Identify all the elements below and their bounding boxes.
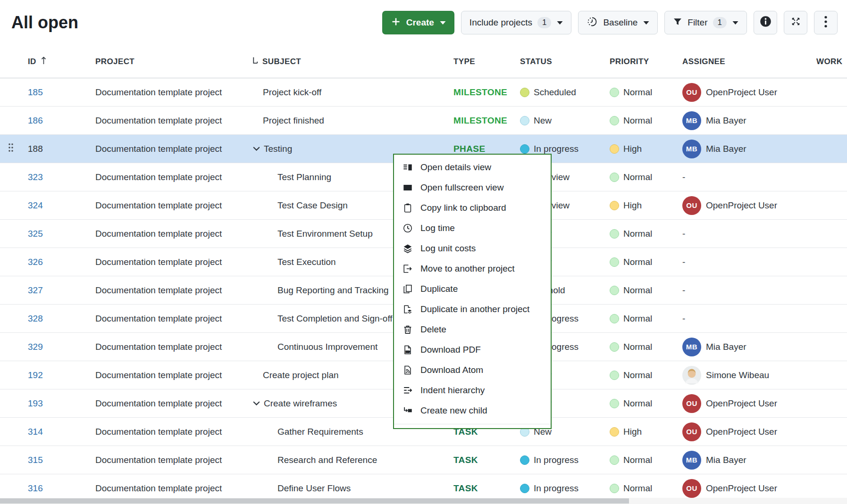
priority-label[interactable]: Normal bbox=[623, 398, 652, 409]
menu-item-log-time[interactable]: Log time bbox=[394, 218, 551, 238]
priority-label[interactable]: Normal bbox=[623, 483, 652, 494]
subject-text[interactable]: Test Case Design bbox=[277, 200, 348, 211]
priority-label[interactable]: High bbox=[623, 427, 642, 437]
work-package-id-link[interactable]: 328 bbox=[28, 314, 43, 324]
menu-item-download-pdf[interactable]: PDFDownload PDF bbox=[394, 339, 551, 360]
project-name[interactable]: Documentation template project bbox=[95, 229, 222, 239]
more-options-button[interactable] bbox=[814, 11, 838, 34]
subject-text[interactable]: Project finished bbox=[263, 116, 324, 126]
info-button[interactable] bbox=[754, 11, 777, 34]
subject-text[interactable]: Bug Reporting and Tracking bbox=[277, 285, 389, 296]
assignee-name[interactable]: OpenProject User bbox=[706, 87, 777, 98]
drag-handle-icon[interactable] bbox=[8, 142, 14, 155]
menu-item-delete[interactable]: Delete bbox=[394, 319, 551, 339]
priority-label[interactable]: Normal bbox=[623, 87, 652, 98]
table-row[interactable]: 186Documentation template projectProject… bbox=[0, 107, 847, 135]
include-projects-button[interactable]: Include projects 1 bbox=[461, 11, 572, 34]
assignee-name[interactable]: OpenProject User bbox=[706, 200, 777, 211]
project-name[interactable]: Documentation template project bbox=[95, 116, 222, 126]
subject-text[interactable]: Create project plan bbox=[263, 370, 339, 380]
project-name[interactable]: Documentation template project bbox=[95, 200, 222, 211]
work-package-id-link[interactable]: 314 bbox=[28, 427, 43, 437]
subject-text[interactable]: Continuous Improvement bbox=[277, 342, 377, 352]
horizontal-scrollbar[interactable] bbox=[0, 498, 847, 504]
column-header-id[interactable]: ID bbox=[22, 45, 84, 78]
project-name[interactable]: Documentation template project bbox=[95, 370, 222, 380]
subject-text[interactable]: Create wireframes bbox=[264, 398, 337, 409]
collapse-children-icon[interactable] bbox=[251, 144, 262, 153]
priority-label[interactable]: Normal bbox=[623, 285, 652, 296]
work-package-id-link[interactable]: 315 bbox=[28, 455, 43, 465]
priority-label[interactable]: Normal bbox=[623, 314, 652, 324]
priority-label[interactable]: High bbox=[623, 144, 642, 154]
column-header-subject[interactable]: SUBJECT bbox=[249, 45, 451, 78]
subject-text[interactable]: Test Execution bbox=[277, 257, 336, 267]
project-name[interactable]: Documentation template project bbox=[95, 398, 222, 409]
project-name[interactable]: Documentation template project bbox=[95, 314, 222, 324]
project-name[interactable]: Documentation template project bbox=[95, 144, 222, 154]
priority-label[interactable]: Normal bbox=[623, 116, 652, 126]
subject-text[interactable]: Test Environment Setup bbox=[277, 229, 373, 239]
work-package-id-link[interactable]: 316 bbox=[28, 483, 43, 494]
project-name[interactable]: Documentation template project bbox=[95, 257, 222, 267]
menu-item-log-unit-costs[interactable]: Log unit costs bbox=[394, 238, 551, 258]
collapse-children-icon[interactable] bbox=[251, 399, 262, 408]
assignee-name[interactable]: Simone Wibeau bbox=[706, 370, 769, 380]
menu-item-duplicate[interactable]: Duplicate bbox=[394, 279, 551, 299]
work-package-id-link[interactable]: 185 bbox=[28, 87, 43, 98]
work-package-id-link[interactable]: 188 bbox=[28, 144, 43, 154]
subject-text[interactable]: Test Planning bbox=[277, 172, 331, 182]
status-label[interactable]: In progress bbox=[534, 455, 579, 465]
work-package-id-link[interactable]: 327 bbox=[28, 285, 43, 296]
work-package-id-link[interactable]: 324 bbox=[28, 200, 43, 211]
priority-label[interactable]: Normal bbox=[623, 455, 652, 465]
column-header-type[interactable]: TYPE bbox=[451, 45, 514, 78]
work-package-id-link[interactable]: 323 bbox=[28, 172, 43, 182]
work-package-id-link[interactable]: 329 bbox=[28, 342, 43, 352]
status-label[interactable]: New bbox=[534, 116, 552, 126]
column-header-assignee[interactable]: ASSIGNEE bbox=[678, 45, 812, 78]
subject-text[interactable]: Gather Requirements bbox=[277, 427, 363, 437]
subject-text[interactable]: Project kick-off bbox=[263, 87, 321, 98]
priority-label[interactable]: Normal bbox=[623, 370, 652, 380]
assignee-name[interactable]: OpenProject User bbox=[706, 427, 777, 437]
menu-item-open-details-view[interactable]: Open details view bbox=[394, 157, 551, 177]
project-name[interactable]: Documentation template project bbox=[95, 172, 222, 182]
project-name[interactable]: Documentation template project bbox=[95, 342, 222, 352]
menu-item-create-new-child[interactable]: Create new child bbox=[394, 400, 551, 421]
subject-text[interactable]: Research and Reference bbox=[277, 455, 377, 465]
assignee-name[interactable]: Mia Bayer bbox=[706, 342, 746, 352]
column-header-work[interactable]: WORK bbox=[812, 45, 847, 78]
column-header-priority[interactable]: PRIORITY bbox=[605, 45, 678, 78]
menu-item-open-fullscreen-view[interactable]: Open fullscreen view bbox=[394, 177, 551, 198]
project-name[interactable]: Documentation template project bbox=[95, 87, 222, 98]
filter-button[interactable]: Filter 1 bbox=[664, 11, 747, 34]
assignee-name[interactable]: OpenProject User bbox=[706, 398, 777, 409]
subject-text[interactable]: Test Completion and Sign-off bbox=[277, 314, 393, 324]
assignee-name[interactable]: Mia Bayer bbox=[706, 144, 746, 154]
work-package-id-link[interactable]: 326 bbox=[28, 257, 43, 267]
project-name[interactable]: Documentation template project bbox=[95, 455, 222, 465]
work-package-id-link[interactable]: 325 bbox=[28, 229, 43, 239]
project-name[interactable]: Documentation template project bbox=[95, 285, 222, 296]
hierarchy-mode-icon[interactable] bbox=[252, 57, 259, 67]
menu-item-move-project[interactable]: Move to another project bbox=[394, 258, 551, 279]
column-header-project[interactable]: PROJECT bbox=[84, 45, 249, 78]
status-label[interactable]: Scheduled bbox=[534, 87, 576, 98]
priority-label[interactable]: Normal bbox=[623, 229, 652, 239]
work-package-id-link[interactable]: 193 bbox=[28, 398, 43, 409]
fullscreen-button[interactable] bbox=[784, 11, 807, 34]
baseline-button[interactable]: Baseline bbox=[578, 11, 658, 34]
menu-item-download-atom[interactable]: Download Atom bbox=[394, 360, 551, 380]
assignee-name[interactable]: Mia Bayer bbox=[706, 455, 746, 465]
status-label[interactable]: In progress bbox=[534, 144, 579, 154]
project-name[interactable]: Documentation template project bbox=[95, 427, 222, 437]
priority-label[interactable]: Normal bbox=[623, 342, 652, 352]
assignee-name[interactable]: OpenProject User bbox=[706, 483, 777, 494]
create-button[interactable]: Create bbox=[382, 11, 454, 34]
subject-text[interactable]: Testing bbox=[264, 144, 292, 154]
table-row[interactable]: 185Documentation template projectProject… bbox=[0, 78, 847, 107]
work-package-id-link[interactable]: 192 bbox=[28, 370, 43, 380]
subject-text[interactable]: Define User Flows bbox=[277, 483, 351, 494]
menu-item-copy-link-clipboard[interactable]: Copy link to clipboard bbox=[394, 198, 551, 218]
